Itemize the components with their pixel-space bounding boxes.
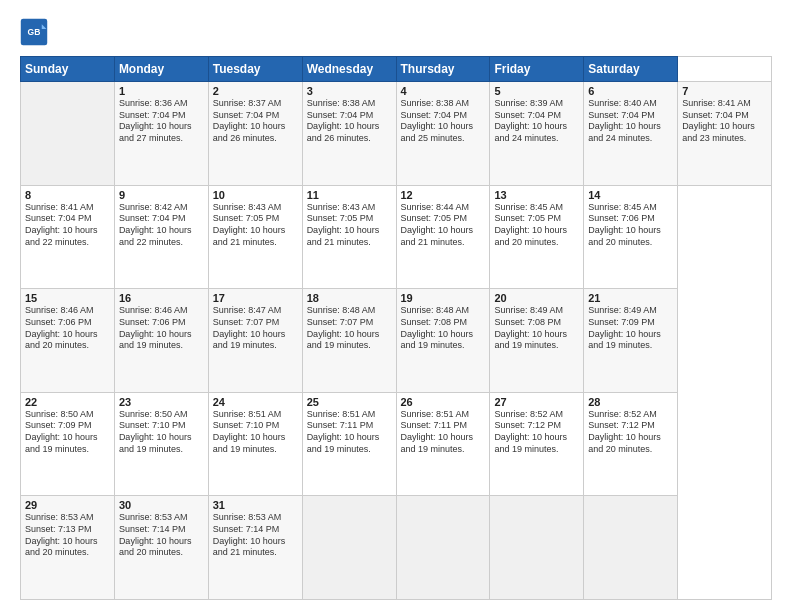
day-info: Sunrise: 8:38 AM Sunset: 7:04 PM Dayligh…	[307, 98, 392, 145]
day-info: Sunrise: 8:39 AM Sunset: 7:04 PM Dayligh…	[494, 98, 579, 145]
day-info: Sunrise: 8:40 AM Sunset: 7:04 PM Dayligh…	[588, 98, 673, 145]
calendar-cell: 29Sunrise: 8:53 AM Sunset: 7:13 PM Dayli…	[21, 496, 115, 600]
day-info: Sunrise: 8:37 AM Sunset: 7:04 PM Dayligh…	[213, 98, 298, 145]
day-header-monday: Monday	[114, 57, 208, 82]
day-info: Sunrise: 8:51 AM Sunset: 7:11 PM Dayligh…	[307, 409, 392, 456]
calendar-cell: 24Sunrise: 8:51 AM Sunset: 7:10 PM Dayli…	[208, 392, 302, 496]
day-number: 30	[119, 499, 204, 511]
day-info: Sunrise: 8:52 AM Sunset: 7:12 PM Dayligh…	[588, 409, 673, 456]
day-info: Sunrise: 8:38 AM Sunset: 7:04 PM Dayligh…	[401, 98, 486, 145]
day-number: 13	[494, 189, 579, 201]
day-header-sunday: Sunday	[21, 57, 115, 82]
day-header-friday: Friday	[490, 57, 584, 82]
day-number: 11	[307, 189, 392, 201]
day-info: Sunrise: 8:45 AM Sunset: 7:05 PM Dayligh…	[494, 202, 579, 249]
day-info: Sunrise: 8:45 AM Sunset: 7:06 PM Dayligh…	[588, 202, 673, 249]
header: GB	[20, 18, 772, 46]
day-info: Sunrise: 8:52 AM Sunset: 7:12 PM Dayligh…	[494, 409, 579, 456]
day-number: 19	[401, 292, 486, 304]
day-info: Sunrise: 8:51 AM Sunset: 7:10 PM Dayligh…	[213, 409, 298, 456]
day-number: 16	[119, 292, 204, 304]
day-info: Sunrise: 8:48 AM Sunset: 7:08 PM Dayligh…	[401, 305, 486, 352]
calendar-cell: 28Sunrise: 8:52 AM Sunset: 7:12 PM Dayli…	[584, 392, 678, 496]
day-info: Sunrise: 8:51 AM Sunset: 7:11 PM Dayligh…	[401, 409, 486, 456]
day-info: Sunrise: 8:53 AM Sunset: 7:13 PM Dayligh…	[25, 512, 110, 559]
day-number: 20	[494, 292, 579, 304]
calendar-cell: 21Sunrise: 8:49 AM Sunset: 7:09 PM Dayli…	[584, 289, 678, 393]
calendar-cell: 18Sunrise: 8:48 AM Sunset: 7:07 PM Dayli…	[302, 289, 396, 393]
day-info: Sunrise: 8:48 AM Sunset: 7:07 PM Dayligh…	[307, 305, 392, 352]
day-number: 12	[401, 189, 486, 201]
day-number: 4	[401, 85, 486, 97]
calendar-cell: 11Sunrise: 8:43 AM Sunset: 7:05 PM Dayli…	[302, 185, 396, 289]
calendar-cell: 6Sunrise: 8:40 AM Sunset: 7:04 PM Daylig…	[584, 82, 678, 186]
day-info: Sunrise: 8:46 AM Sunset: 7:06 PM Dayligh…	[25, 305, 110, 352]
calendar-table: SundayMondayTuesdayWednesdayThursdayFrid…	[20, 56, 772, 600]
calendar-cell: 30Sunrise: 8:53 AM Sunset: 7:14 PM Dayli…	[114, 496, 208, 600]
calendar-cell: 13Sunrise: 8:45 AM Sunset: 7:05 PM Dayli…	[490, 185, 584, 289]
calendar-cell	[302, 496, 396, 600]
calendar-cell: 22Sunrise: 8:50 AM Sunset: 7:09 PM Dayli…	[21, 392, 115, 496]
day-info: Sunrise: 8:41 AM Sunset: 7:04 PM Dayligh…	[682, 98, 767, 145]
day-number: 15	[25, 292, 110, 304]
calendar-cell: 16Sunrise: 8:46 AM Sunset: 7:06 PM Dayli…	[114, 289, 208, 393]
day-number: 2	[213, 85, 298, 97]
calendar-cell: 19Sunrise: 8:48 AM Sunset: 7:08 PM Dayli…	[396, 289, 490, 393]
day-number: 3	[307, 85, 392, 97]
day-number: 9	[119, 189, 204, 201]
day-info: Sunrise: 8:50 AM Sunset: 7:10 PM Dayligh…	[119, 409, 204, 456]
day-header-saturday: Saturday	[584, 57, 678, 82]
calendar-cell: 4Sunrise: 8:38 AM Sunset: 7:04 PM Daylig…	[396, 82, 490, 186]
calendar-cell: 20Sunrise: 8:49 AM Sunset: 7:08 PM Dayli…	[490, 289, 584, 393]
day-header-thursday: Thursday	[396, 57, 490, 82]
day-info: Sunrise: 8:47 AM Sunset: 7:07 PM Dayligh…	[213, 305, 298, 352]
day-number: 23	[119, 396, 204, 408]
day-info: Sunrise: 8:49 AM Sunset: 7:08 PM Dayligh…	[494, 305, 579, 352]
day-number: 28	[588, 396, 673, 408]
day-info: Sunrise: 8:53 AM Sunset: 7:14 PM Dayligh…	[119, 512, 204, 559]
day-number: 29	[25, 499, 110, 511]
calendar-cell: 10Sunrise: 8:43 AM Sunset: 7:05 PM Dayli…	[208, 185, 302, 289]
day-number: 22	[25, 396, 110, 408]
day-info: Sunrise: 8:43 AM Sunset: 7:05 PM Dayligh…	[213, 202, 298, 249]
calendar-cell: 1Sunrise: 8:36 AM Sunset: 7:04 PM Daylig…	[114, 82, 208, 186]
calendar-cell: 5Sunrise: 8:39 AM Sunset: 7:04 PM Daylig…	[490, 82, 584, 186]
calendar-cell: 7Sunrise: 8:41 AM Sunset: 7:04 PM Daylig…	[678, 82, 772, 186]
calendar-cell: 23Sunrise: 8:50 AM Sunset: 7:10 PM Dayli…	[114, 392, 208, 496]
day-info: Sunrise: 8:42 AM Sunset: 7:04 PM Dayligh…	[119, 202, 204, 249]
day-number: 6	[588, 85, 673, 97]
day-info: Sunrise: 8:36 AM Sunset: 7:04 PM Dayligh…	[119, 98, 204, 145]
day-number: 14	[588, 189, 673, 201]
day-number: 18	[307, 292, 392, 304]
day-number: 17	[213, 292, 298, 304]
calendar-cell: 17Sunrise: 8:47 AM Sunset: 7:07 PM Dayli…	[208, 289, 302, 393]
day-number: 8	[25, 189, 110, 201]
day-info: Sunrise: 8:46 AM Sunset: 7:06 PM Dayligh…	[119, 305, 204, 352]
calendar-page: GB SundayMondayTuesdayWednesdayThursdayF…	[0, 0, 792, 612]
day-number: 1	[119, 85, 204, 97]
calendar-cell: 3Sunrise: 8:38 AM Sunset: 7:04 PM Daylig…	[302, 82, 396, 186]
logo: GB	[20, 18, 52, 46]
day-header-wednesday: Wednesday	[302, 57, 396, 82]
calendar-cell: 31Sunrise: 8:53 AM Sunset: 7:14 PM Dayli…	[208, 496, 302, 600]
logo-icon: GB	[20, 18, 48, 46]
day-number: 24	[213, 396, 298, 408]
calendar-cell: 8Sunrise: 8:41 AM Sunset: 7:04 PM Daylig…	[21, 185, 115, 289]
calendar-cell: 25Sunrise: 8:51 AM Sunset: 7:11 PM Dayli…	[302, 392, 396, 496]
calendar-cell	[21, 82, 115, 186]
day-number: 26	[401, 396, 486, 408]
calendar-cell: 2Sunrise: 8:37 AM Sunset: 7:04 PM Daylig…	[208, 82, 302, 186]
day-number: 10	[213, 189, 298, 201]
calendar-cell: 15Sunrise: 8:46 AM Sunset: 7:06 PM Dayli…	[21, 289, 115, 393]
day-info: Sunrise: 8:50 AM Sunset: 7:09 PM Dayligh…	[25, 409, 110, 456]
calendar-cell: 9Sunrise: 8:42 AM Sunset: 7:04 PM Daylig…	[114, 185, 208, 289]
calendar-cell: 12Sunrise: 8:44 AM Sunset: 7:05 PM Dayli…	[396, 185, 490, 289]
day-number: 27	[494, 396, 579, 408]
day-info: Sunrise: 8:43 AM Sunset: 7:05 PM Dayligh…	[307, 202, 392, 249]
day-number: 7	[682, 85, 767, 97]
calendar-cell: 27Sunrise: 8:52 AM Sunset: 7:12 PM Dayli…	[490, 392, 584, 496]
day-header-tuesday: Tuesday	[208, 57, 302, 82]
day-number: 5	[494, 85, 579, 97]
day-info: Sunrise: 8:53 AM Sunset: 7:14 PM Dayligh…	[213, 512, 298, 559]
calendar-cell	[396, 496, 490, 600]
